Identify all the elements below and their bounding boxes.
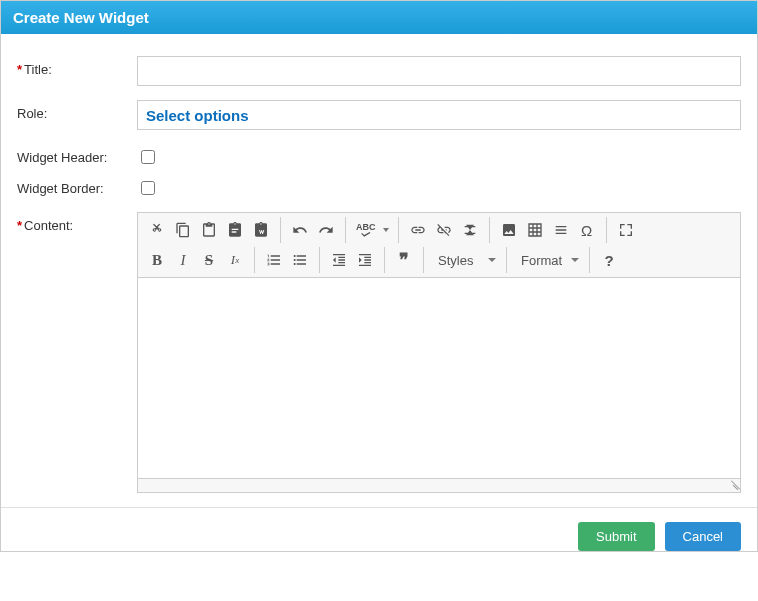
create-widget-dialog: Create New Widget *Title: Role: Select o… [0, 0, 758, 552]
widget-header-checkbox[interactable] [141, 150, 155, 164]
label-title: *Title: [17, 56, 137, 77]
outdent-icon[interactable] [326, 247, 352, 273]
hr-icon[interactable] [548, 217, 574, 243]
link-icon[interactable] [405, 217, 431, 243]
specialchar-icon[interactable]: Ω [574, 217, 600, 243]
help-button[interactable]: ? [596, 247, 622, 273]
redo-icon[interactable] [313, 217, 339, 243]
paste-word-icon[interactable] [248, 217, 274, 243]
row-widget-border: Widget Border: [17, 175, 741, 198]
submit-button[interactable]: Submit [578, 522, 654, 551]
unlink-icon[interactable] [431, 217, 457, 243]
title-input[interactable] [137, 56, 741, 86]
remove-format-button[interactable]: Ix [222, 247, 248, 273]
widget-border-checkbox[interactable] [141, 181, 155, 195]
indent-icon[interactable] [352, 247, 378, 273]
required-asterisk: * [17, 218, 22, 233]
chevron-down-icon [488, 258, 496, 262]
anchor-icon[interactable] [457, 217, 483, 243]
chevron-down-icon [571, 258, 579, 262]
copy-icon[interactable] [170, 217, 196, 243]
italic-button[interactable]: I [170, 247, 196, 273]
required-asterisk: * [17, 62, 22, 77]
editor-resize-bar [138, 478, 740, 492]
role-placeholder: Select options [146, 107, 249, 124]
bold-button[interactable]: B [144, 247, 170, 273]
dialog-footer: Submit Cancel [1, 507, 757, 551]
label-widget-border: Widget Border: [17, 175, 137, 196]
toolbar-row-1: ABC [144, 217, 734, 243]
label-content: *Content: [17, 212, 137, 233]
dialog-body: *Title: Role: Select options Widget Head… [1, 34, 757, 507]
format-combo[interactable]: Format [513, 247, 583, 273]
strike-button[interactable]: S [196, 247, 222, 273]
row-role: Role: Select options [17, 100, 741, 130]
image-icon[interactable] [496, 217, 522, 243]
paste-icon[interactable] [196, 217, 222, 243]
blockquote-icon[interactable]: ❞ [391, 247, 417, 273]
undo-icon[interactable] [287, 217, 313, 243]
editor-toolbar: ABC [138, 213, 740, 278]
cancel-button[interactable]: Cancel [665, 522, 741, 551]
row-widget-header: Widget Header: [17, 144, 741, 167]
maximize-icon[interactable] [613, 217, 639, 243]
field-widget-header [137, 144, 741, 167]
table-icon[interactable] [522, 217, 548, 243]
paste-text-icon[interactable] [222, 217, 248, 243]
spellcheck-dropdown-icon[interactable] [380, 217, 392, 243]
toolbar-row-2: B I S Ix [144, 247, 734, 273]
styles-combo[interactable]: Styles [430, 247, 500, 273]
field-content: ABC [137, 212, 741, 493]
bullet-list-icon[interactable] [287, 247, 313, 273]
cut-icon[interactable] [144, 217, 170, 243]
label-role: Role: [17, 100, 137, 121]
rich-text-editor: ABC [137, 212, 741, 493]
spellcheck-button[interactable]: ABC [352, 217, 380, 243]
field-role: Select options [137, 100, 741, 130]
field-widget-border [137, 175, 741, 198]
label-widget-header: Widget Header: [17, 144, 137, 165]
row-content: *Content: [17, 212, 741, 493]
resize-grip[interactable] [726, 478, 738, 490]
field-title [137, 56, 741, 86]
numbered-list-icon[interactable] [261, 247, 287, 273]
dialog-title: Create New Widget [1, 1, 757, 34]
role-select[interactable]: Select options [137, 100, 741, 130]
content-editor-area[interactable] [138, 278, 740, 478]
row-title: *Title: [17, 56, 741, 86]
